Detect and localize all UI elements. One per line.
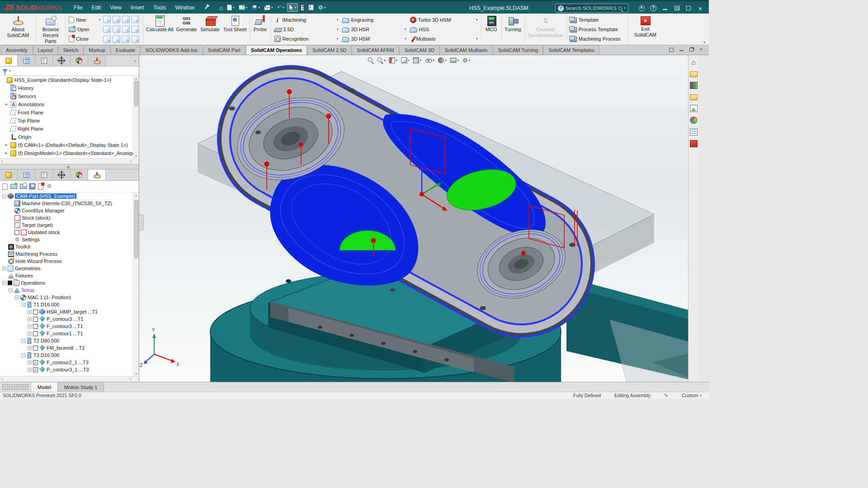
recognition-button[interactable]: Recognition▾ xyxy=(273,34,340,43)
assembly-tool-icon[interactable] xyxy=(122,26,130,33)
about-solidcam-button[interactable]: About SolidCAM xyxy=(2,14,34,44)
assembly-tool-icon[interactable] xyxy=(113,16,120,23)
cam-tree-item[interactable]: +✓P_contour3_1 ...T3 xyxy=(0,366,139,373)
display-style-button[interactable]: ▾ xyxy=(413,57,422,63)
cam-tree-item[interactable]: +FM_facemill ...T2 xyxy=(0,344,139,352)
section-view-button[interactable]: ▾ xyxy=(389,57,398,63)
tab-featuremanager[interactable] xyxy=(0,55,18,66)
turning-button[interactable]: Turning xyxy=(503,14,523,44)
imachining-button[interactable]: iiMachining▾ xyxy=(273,15,340,24)
rebuild-button[interactable] xyxy=(299,4,306,12)
25d-milling-button[interactable]: 2.5D▾ xyxy=(273,25,340,34)
cam-tree-item[interactable]: +HSR_HMP_target ...T1 xyxy=(0,308,139,315)
expander-icon[interactable]: ▶ xyxy=(5,151,9,155)
command-tab-assembly[interactable]: Assembly xyxy=(1,45,33,55)
3d-hsm-button[interactable]: 3D HSM▾ xyxy=(341,34,408,43)
doc-restore-button[interactable] xyxy=(688,47,694,53)
panel-splitter[interactable] xyxy=(0,164,139,169)
command-tab-solidcam-multiaxis[interactable]: SolidCAM Multiaxis xyxy=(440,45,493,55)
cam-tree-item[interactable]: +P_contour3 ...T1 xyxy=(0,315,139,323)
task-pane-home-icon[interactable]: ⌂ xyxy=(690,59,698,66)
design-library-icon[interactable] xyxy=(690,82,698,89)
tab2-propertymanager[interactable] xyxy=(18,169,35,180)
feature-tree-item[interactable]: Front Plane xyxy=(0,108,139,117)
tab-configurationmanager[interactable] xyxy=(35,55,53,66)
assembly-tool-icon[interactable] xyxy=(113,36,120,43)
cam-tree-item[interactable]: Updated stock xyxy=(0,229,139,236)
tool-sheet-button[interactable]: Tool Sheet xyxy=(222,14,248,44)
tab-dimxpertmanager[interactable] xyxy=(53,55,71,66)
command-tab-layout[interactable]: Layout xyxy=(33,45,58,55)
file-properties-button[interactable] xyxy=(307,4,315,11)
expand-box-icon[interactable]: + xyxy=(2,267,6,271)
cam-tree-item[interactable]: Machine (Hermle-C30_iTNC530_5X_TZ) xyxy=(0,200,139,207)
account-button[interactable] xyxy=(636,2,647,14)
command-tab-sketch[interactable]: Sketch xyxy=(58,45,84,55)
hide-show-items-button[interactable]: ▾ xyxy=(425,58,434,63)
home-button[interactable]: ⌂ xyxy=(218,4,224,11)
open-button[interactable]: ▾ xyxy=(237,4,249,11)
status-units-selector[interactable]: Custom ▴ xyxy=(682,393,702,398)
assembly-tool-icon[interactable] xyxy=(103,16,111,23)
appearances-scenes-icon[interactable] xyxy=(690,117,698,124)
cam-close-icon[interactable] xyxy=(38,183,43,190)
cam-save-icon[interactable] xyxy=(29,183,35,189)
feature-tree-item[interactable]: ▶AAnnotations xyxy=(0,100,139,108)
operation-checkbox[interactable] xyxy=(14,230,19,235)
calculate-all-button[interactable]: Calculate All xyxy=(145,14,175,44)
3d-hsr-button[interactable]: 3D HSR▾ xyxy=(341,25,408,34)
multiaxis-button[interactable]: Multiaxis▾ xyxy=(409,34,479,43)
feature-tree-item[interactable]: History xyxy=(0,84,139,92)
cam-settings-wrench-icon[interactable]: ⚙ xyxy=(46,183,52,189)
doc-minimize-button[interactable] xyxy=(678,47,684,53)
command-tab-solidcam-2-5d[interactable]: SolidCAM 2.5D xyxy=(307,45,351,55)
process-template-button[interactable]: Process Template xyxy=(569,25,626,34)
assembly-tool-icon[interactable] xyxy=(132,26,139,33)
cam-tree-item[interactable]: −T1 D16.000 xyxy=(0,301,139,308)
solidcam-task-pane-icon[interactable] xyxy=(690,140,698,147)
expand-box-icon[interactable]: + xyxy=(28,368,32,372)
cam-tree-item[interactable]: Machining Process xyxy=(0,250,139,258)
browse-recent-parts-button[interactable]: Browse Recent Parts xyxy=(38,14,64,44)
new-button[interactable]: New▾ xyxy=(67,15,102,24)
operation-checkbox[interactable]: ✓ xyxy=(33,367,38,372)
menu-tools[interactable]: Tools xyxy=(149,3,170,12)
command-tab-solidcam-part[interactable]: SolidCAM Part xyxy=(203,45,245,55)
feature-tree-item[interactable]: Top Plane xyxy=(0,117,139,125)
cam-tree-item[interactable]: +F_contour3 ...T1 xyxy=(0,323,139,330)
close-cam-button[interactable]: Close xyxy=(67,34,102,43)
operation-checkbox[interactable] xyxy=(33,346,38,351)
menu-file[interactable]: File xyxy=(69,3,87,12)
panel-collapse-tab[interactable]: ‹ xyxy=(139,214,144,230)
command-tab-solidworks-add-ins[interactable]: SOLIDWORKS Add-Ins xyxy=(141,45,203,55)
open-cam-button[interactable]: Open xyxy=(67,25,102,34)
feature-tree-item[interactable]: ▶(f) CAM<1> (Default<<Default>_Display S… xyxy=(0,141,139,149)
expand-box-icon[interactable]: + xyxy=(28,346,32,350)
solidworks-resources-icon[interactable] xyxy=(690,71,698,77)
turbo-3d-hsm-button[interactable]: Turbo 3D HSM▾ xyxy=(409,15,479,24)
tab2-configurationmanager[interactable] xyxy=(35,169,53,180)
operation-checkbox[interactable] xyxy=(33,310,38,314)
engraving-button[interactable]: Engraving xyxy=(341,15,408,24)
feature-tree-item[interactable]: Sensors xyxy=(0,92,139,100)
assembly-tool-icon[interactable] xyxy=(132,36,139,43)
view-settings-button[interactable]: ⚙▾ xyxy=(462,57,470,63)
operation-checkbox[interactable] xyxy=(33,331,38,336)
command-tab-solidcam-afrm[interactable]: SolidCAM AFRM xyxy=(352,45,399,55)
search-input[interactable] xyxy=(566,5,617,11)
assembly-tool-icon[interactable] xyxy=(122,36,130,43)
menu-insert[interactable]: Insert xyxy=(126,3,149,12)
operation-checkbox[interactable]: ✓ xyxy=(33,360,38,365)
collapse-box-icon[interactable]: − xyxy=(15,296,19,300)
save-button[interactable]: ▾ xyxy=(250,4,261,11)
expand-box-icon[interactable]: + xyxy=(28,361,32,365)
tab-propertymanager[interactable] xyxy=(18,55,35,66)
tab2-displaymanager[interactable] xyxy=(71,169,88,180)
graphics-viewport[interactable]: Y X Z ▾ ▾ ▾ ▾ ▾ ▾ ▾ ⚙▾ ‹ ⌂ xyxy=(139,55,698,382)
expander-icon[interactable]: ▶ xyxy=(5,103,9,106)
apply-scene-button[interactable]: ▾ xyxy=(450,58,459,63)
menu-window[interactable]: Window xyxy=(170,3,199,12)
assembly-tool-icon[interactable] xyxy=(103,26,111,33)
zoom-area-button[interactable]: ▾ xyxy=(377,57,386,63)
feature-tree-hscroll[interactable]: ‹› xyxy=(0,158,139,164)
